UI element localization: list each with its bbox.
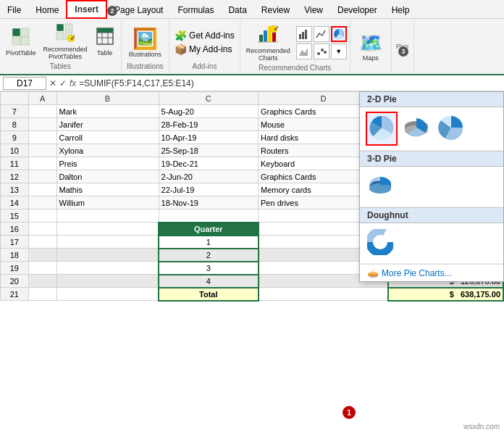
svg-rect-5 [65, 24, 72, 31]
tab-developer[interactable]: Developer [330, 2, 385, 18]
illustrations-icon: 🖼️ [133, 27, 158, 51]
ribbon-group-addins: 🧩 Get Add-ins 📦 My Add-ins Add-ins [169, 20, 240, 72]
col-header-a[interactable]: A [28, 92, 56, 105]
col-header-b[interactable]: B [56, 92, 159, 105]
more-pie-icon: 🥧 [367, 267, 379, 278]
tab-file[interactable]: File [0, 2, 28, 18]
tables-group-label: Tables [3, 62, 118, 71]
svg-rect-1 [21, 28, 29, 36]
pivot-table-icon [12, 28, 30, 49]
svg-rect-17 [264, 30, 267, 42]
get-add-ins-button[interactable]: 🧩 Get Add-ins [172, 29, 237, 42]
svg-rect-22 [299, 34, 301, 39]
tab-home[interactable]: Home [28, 2, 66, 18]
area-chart-button[interactable] [296, 43, 312, 59]
illustrations-label: Illustrations [129, 51, 162, 58]
badge-2: 2 [107, 6, 117, 16]
cancel-icon[interactable]: ✕ [49, 78, 56, 88]
maps-label: Maps [363, 54, 379, 62]
svg-marker-26 [299, 48, 308, 56]
recommended-charts-icon: ✓ [258, 23, 278, 48]
spreadsheet-area: A B C D E 7 Mark 5-Aug-20 Graphics Cards [0, 91, 504, 432]
svg-rect-2 [12, 37, 20, 45]
watermark: wsxdn.com [463, 423, 500, 431]
svg-rect-23 [302, 32, 304, 39]
svg-point-27 [317, 52, 320, 55]
my-add-ins-button[interactable]: 📦 My Add-ins [172, 43, 237, 56]
pivot-table-label: PivotTable [6, 49, 36, 57]
svg-point-35 [374, 236, 386, 248]
table-icon [96, 28, 114, 49]
more-pie-charts-link[interactable]: 🥧 More Pie Charts... [360, 264, 503, 281]
svg-text:✓: ✓ [70, 33, 75, 42]
pivot-table-button[interactable]: PivotTable [3, 26, 39, 58]
tab-review[interactable]: Review [254, 2, 297, 18]
recommended-charts-button[interactable]: ✓ RecommendedCharts [243, 22, 293, 64]
tab-help[interactable]: Help [385, 2, 417, 18]
formula-content: =SUMIF(F5:F14,C17,E5:E14) [79, 78, 193, 88]
more-pie-label: More Pie Charts... [382, 268, 452, 278]
tab-data[interactable]: Data [221, 2, 253, 18]
recommended-charts-label: RecommendedCharts [246, 48, 290, 62]
ribbon-group-charts: ✓ RecommendedCharts [240, 20, 350, 72]
svg-rect-4 [56, 24, 64, 31]
pie-2d-option-1[interactable] [366, 112, 398, 146]
pie-chart-dropdown: 2-D Pie [359, 91, 504, 282]
ribbon-group-illustrations: 🖼️ Illustrations Illustrations [122, 20, 170, 72]
pie-2d-option-2[interactable] [402, 113, 431, 144]
recommended-pivot-label: RecommendedPivotTables [43, 46, 88, 61]
recommended-pivot-icon: ✓ [56, 23, 75, 46]
section-doughnut: Doughnut [360, 207, 503, 223]
badge-3: 3 [398, 46, 408, 57]
cell-reference-box[interactable]: D17 [3, 77, 46, 90]
formula-bar: D17 ✕ ✓ fx =SUMIF(F5:F14,C17,E5:E14) [0, 75, 504, 91]
svg-point-29 [324, 51, 327, 54]
table-button[interactable]: Table [92, 26, 118, 58]
illustrations-group-label: Illustrations [126, 62, 165, 71]
svg-point-28 [321, 49, 324, 51]
svg-rect-6 [56, 33, 64, 40]
pie-3d-option-1[interactable] [366, 171, 395, 202]
tab-view[interactable]: View [297, 2, 330, 18]
addins-group-label: Add-ins [172, 62, 237, 71]
my-add-ins-label: My Add-ins [189, 44, 232, 54]
section-2d-pie: 2-D Pie [360, 92, 503, 107]
confirm-icon[interactable]: ✓ [59, 78, 67, 88]
svg-rect-16 [259, 35, 263, 42]
badge-1: 1 [343, 406, 356, 419]
line-chart-button[interactable] [314, 26, 329, 42]
bar-chart-button[interactable] [296, 26, 312, 42]
table-row: 21 Total $ 638,175.00 [1, 288, 504, 301]
svg-rect-3 [21, 37, 29, 45]
formula-bar-icons: ✕ ✓ fx [49, 78, 76, 88]
recommended-pivot-button[interactable]: ✓ RecommendedPivotTables [41, 22, 91, 62]
table-label: Table [97, 49, 113, 57]
ribbon-group-tables: PivotTable ✓ RecommendedPivotTables [0, 20, 122, 72]
section-3d-pie: 3-D Pie [360, 151, 503, 167]
svg-rect-19 [272, 32, 276, 42]
ribbon-tabs-row: File Home Insert Page Layout Formulas Da… [0, 0, 504, 19]
svg-text:✓: ✓ [273, 23, 279, 33]
tab-insert[interactable]: Insert [66, 0, 107, 19]
app-container: File Home Insert Page Layout Formulas Da… [0, 0, 504, 432]
pie-2d-option-3[interactable] [435, 113, 464, 144]
svg-rect-15 [97, 28, 113, 33]
pie-3d-options [360, 167, 503, 207]
pie-chart-button[interactable] [331, 26, 347, 42]
maps-icon: 🗺️ [359, 32, 382, 54]
tab-formulas[interactable]: Formulas [170, 2, 221, 18]
pie-2d-options [360, 107, 503, 151]
illustrations-button[interactable]: 🖼️ Illustrations [126, 25, 165, 59]
scatter-chart-button[interactable] [314, 43, 329, 59]
ribbon-group-maps: 🗺️ Maps [350, 20, 392, 72]
donut-options [360, 223, 503, 264]
get-add-ins-label: Get Add-ins [189, 30, 235, 41]
svg-rect-24 [305, 30, 307, 39]
maps-button[interactable]: 🗺️ Maps [356, 30, 385, 63]
col-header-rownum [1, 92, 29, 105]
more-charts-button[interactable]: ▼ [331, 43, 347, 59]
col-header-c[interactable]: C [159, 92, 258, 105]
donut-option-1[interactable] [366, 228, 395, 259]
function-icon[interactable]: fx [70, 78, 76, 88]
my-add-ins-icon: 📦 [175, 43, 187, 55]
